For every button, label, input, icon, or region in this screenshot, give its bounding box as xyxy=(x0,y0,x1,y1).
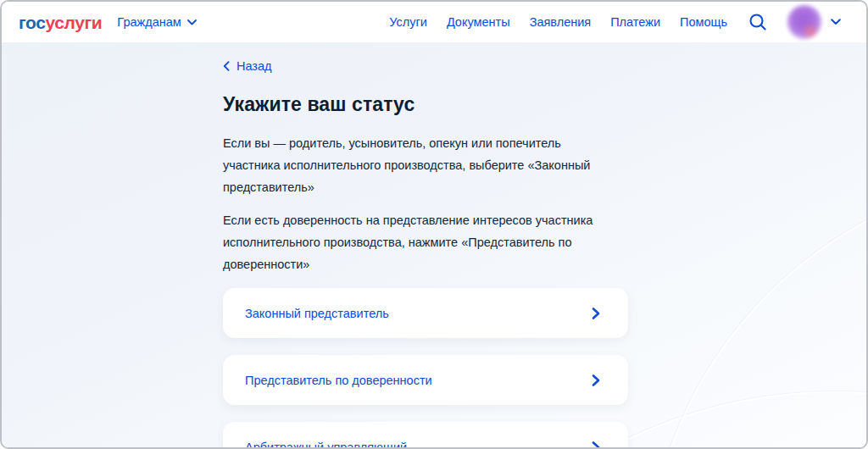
decorative-arc xyxy=(646,171,866,447)
chevron-down-icon xyxy=(831,19,841,25)
search-icon xyxy=(748,13,767,31)
gosuslugi-logo[interactable]: госуслуги xyxy=(19,14,102,31)
option-label: Арбитражный управляющий xyxy=(245,441,407,448)
option-representative-by-poa[interactable]: Представитель по доверенности xyxy=(223,355,628,405)
profile-menu[interactable] xyxy=(787,4,841,40)
content-area: Назад Укажите ваш статус Если вы — родит… xyxy=(2,42,866,447)
option-label: Законный представитель xyxy=(245,307,389,320)
back-label: Назад xyxy=(236,59,272,73)
chevron-left-icon xyxy=(223,61,230,71)
nav-item-uslugi[interactable]: Услуги xyxy=(389,15,427,29)
avatar xyxy=(787,4,822,40)
search-button[interactable] xyxy=(748,13,767,31)
header-left: госуслуги Гражданам xyxy=(19,14,197,31)
description-paragraph: Если есть доверенность на представление … xyxy=(223,209,611,275)
back-link[interactable]: Назад xyxy=(223,59,272,73)
option-label: Представитель по доверенности xyxy=(245,374,432,387)
avatar-image xyxy=(787,5,821,39)
gosuslugi-page: госуслуги Гражданам Услуги Документы Зая… xyxy=(0,0,868,449)
nav-item-zayavleniya[interactable]: Заявления xyxy=(530,15,592,29)
page-title: Укажите ваш статус xyxy=(223,93,628,116)
status-options: Законный представитель Представитель по … xyxy=(223,288,628,447)
nav-item-pomoshch[interactable]: Помощь xyxy=(680,15,727,29)
audience-dropdown[interactable]: Гражданам xyxy=(117,15,196,29)
nav-item-platezhi[interactable]: Платежи xyxy=(610,15,660,29)
logo-text-blue: гос xyxy=(19,13,46,32)
option-arbitration-manager[interactable]: Арбитражный управляющий xyxy=(223,422,628,447)
top-header: госуслуги Гражданам Услуги Документы Зая… xyxy=(2,2,866,42)
option-legal-representative[interactable]: Законный представитель xyxy=(223,288,628,338)
logo-text-red: услуги xyxy=(46,13,103,32)
chevron-right-icon xyxy=(589,307,603,320)
chevron-right-icon xyxy=(589,374,603,387)
chevron-down-icon xyxy=(187,19,197,25)
chevron-right-icon xyxy=(589,441,603,448)
nav-item-dokumenty[interactable]: Документы xyxy=(447,15,510,29)
form-column: Назад Укажите ваш статус Если вы — родит… xyxy=(223,42,628,447)
audience-label: Гражданам xyxy=(117,15,181,29)
header-nav: Услуги Документы Заявления Платежи Помощ… xyxy=(389,4,841,40)
description-paragraph: Если вы — родитель, усыновитель, опекун … xyxy=(223,132,611,198)
